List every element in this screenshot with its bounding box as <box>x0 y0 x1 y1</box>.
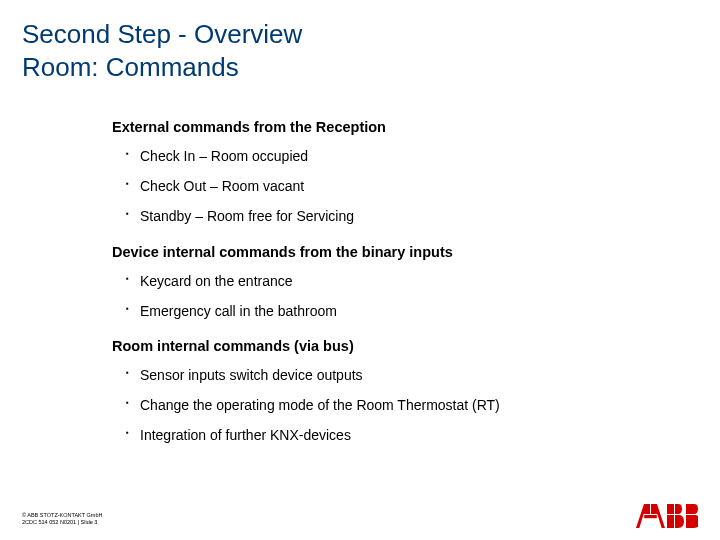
section-heading: Room internal commands (via bus) <box>112 338 678 354</box>
footer-line-1: © ABB STOTZ-KONTAKT GmbH <box>22 512 102 519</box>
list-item: Check Out – Room vacant <box>126 177 678 195</box>
bullet-list: Sensor inputs switch device outputs Chan… <box>112 366 678 445</box>
section-heading: External commands from the Reception <box>112 119 678 135</box>
slide: Second Step - Overview Room: Commands Ex… <box>0 0 720 540</box>
title-line-2: Room: Commands <box>22 51 698 84</box>
bullet-list: Check In – Room occupied Check Out – Roo… <box>112 147 678 226</box>
list-item: Standby – Room free for Servicing <box>126 207 678 225</box>
list-item: Sensor inputs switch device outputs <box>126 366 678 384</box>
list-item: Integration of further KNX-devices <box>126 426 678 444</box>
list-item: Keycard on the entrance <box>126 272 678 290</box>
list-item: Emergency call in the bathroom <box>126 302 678 320</box>
list-item: Check In – Room occupied <box>126 147 678 165</box>
slide-content: External commands from the Reception Che… <box>112 119 678 445</box>
section-heading: Device internal commands from the binary… <box>112 244 678 260</box>
footer-copyright: © ABB STOTZ-KONTAKT GmbH 2CDC 514 052 N0… <box>22 512 102 526</box>
footer-line-2: 2CDC 514 052 N0201 | Slide 3 <box>22 519 102 526</box>
slide-title: Second Step - Overview Room: Commands <box>22 18 698 83</box>
bullet-list: Keycard on the entrance Emergency call i… <box>112 272 678 320</box>
list-item: Change the operating mode of the Room Th… <box>126 396 678 414</box>
svg-rect-0 <box>644 515 657 518</box>
title-line-1: Second Step - Overview <box>22 18 698 51</box>
abb-logo-icon <box>636 504 698 528</box>
